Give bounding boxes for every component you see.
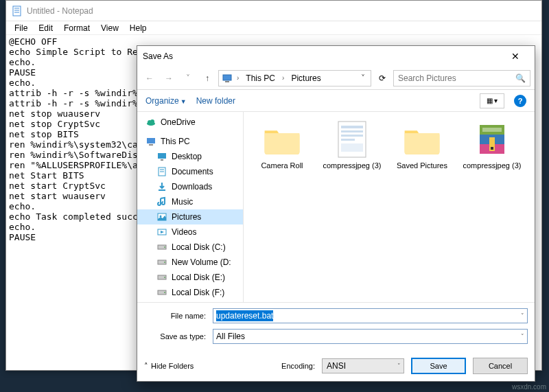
chevron-down-icon[interactable]: ˅ [521,312,524,319]
svg-point-27 [164,292,165,293]
dialog-title: Save As [143,51,502,61]
chevron-down-icon: ▼ [180,98,187,105]
saveastype-select[interactable]: All Files ˅ [213,329,528,344]
tree-item-videos[interactable]: Videos [137,224,243,240]
chevron-right-icon: › [279,74,287,82]
navigation-tree[interactable]: OneDriveThis PCDesktopDocumentsDownloads… [137,112,244,302]
pc-icon [222,73,233,84]
dialog-bottom: ˄ Hide Folders Encoding: ANSI ˅ Save Can… [137,352,535,381]
search-input[interactable] [398,73,515,83]
saveastype-label: Save as type: [144,332,213,341]
music-icon [156,196,167,207]
tree-item-local-disk-c-[interactable]: Local Disk (C:) [137,240,243,255]
tree-item-this-pc[interactable]: This PC [137,134,243,149]
menu-file[interactable]: File [10,22,32,34]
disk-icon [156,242,167,253]
cancel-button[interactable]: Cancel [473,358,528,374]
notepad-title: Untitled - Notepad [27,6,93,16]
tree-item-label: Music [172,197,193,207]
breadcrumb-thispc[interactable]: This PC [243,72,278,84]
file-label: Camera Roll [261,161,303,170]
back-button[interactable]: ← [141,70,158,87]
menu-view[interactable]: View [97,22,123,34]
file-item[interactable]: Camera Roll [249,117,315,193]
chevron-down-icon: ˅ [186,73,190,83]
saveastype-value: All Files [216,332,245,341]
rar-icon [470,120,514,159]
help-icon: ? [518,97,523,105]
svg-rect-32 [341,139,355,141]
tree-item-label: OneDrive [161,117,196,127]
organize-button[interactable]: Organize▼ [145,96,187,106]
svg-point-25 [164,277,165,278]
dialog-navbar: ← → ˅ ↑ › This PC › Pictures ˅ ⟳ 🔍 [137,67,535,90]
menu-format[interactable]: Format [60,22,94,34]
svg-rect-10 [149,144,153,146]
breadcrumb-dropdown[interactable]: ˅ [358,73,368,83]
save-button[interactable]: Save [411,358,466,374]
tree-item-label: Documents [172,167,213,176]
disk-icon [156,257,167,268]
close-button[interactable]: ✕ [502,47,529,66]
folder-icon [260,120,304,159]
tree-item-music[interactable]: Music [137,194,243,209]
breadcrumb[interactable]: › This PC › Pictures ˅ [218,70,371,87]
svg-point-23 [164,262,165,263]
view-icon: ▦ ▾ [487,97,498,104]
file-item[interactable]: Saved Pictures [389,117,455,193]
refresh-icon: ⟳ [379,73,386,83]
tree-item-new-volume-d-[interactable]: New Volume (D: [137,255,243,270]
refresh-button[interactable]: ⟳ [374,70,390,87]
tree-item-pictures[interactable]: Pictures [137,209,243,224]
arrow-right-icon: → [165,73,173,83]
forward-button[interactable]: → [161,70,177,87]
watermark: wsxdn.com [512,383,546,391]
tree-item-label: Downloads [172,182,212,192]
file-label: compressjpeg (3) [463,161,522,170]
encoding-value: ANSI [327,361,346,371]
disk-icon [156,287,167,298]
menu-edit[interactable]: Edit [34,22,57,34]
help-button[interactable]: ? [514,95,526,107]
chevron-down-icon: ˅ [397,362,401,369]
tree-item-local-disk-e-[interactable]: Local Disk (E:) [137,270,243,285]
tree-item-label: Desktop [172,152,202,161]
tree-item-documents[interactable]: Documents [137,164,243,179]
chevron-down-icon[interactable]: ˅ [521,333,524,340]
disk-icon [156,272,167,283]
tree-item-desktop[interactable]: Desktop [137,149,243,164]
tree-item-label: Local Disk (F:) [172,288,224,297]
svg-rect-9 [147,138,155,143]
doc-icon [330,120,374,159]
svg-rect-0 [13,6,21,16]
tree-item-local-disk-f-[interactable]: Local Disk (F:) [137,285,243,300]
file-item[interactable]: compressjpeg (3) [459,117,525,193]
breadcrumb-pictures[interactable]: Pictures [288,72,323,84]
tree-item-label: Videos [172,227,196,237]
file-label: compressjpeg (3) [323,161,382,170]
svg-rect-33 [341,143,363,152]
arrow-up-icon: ↑ [205,73,209,83]
chevron-up-icon: ˄ [144,362,148,371]
encoding-label: Encoding: [281,362,315,370]
desktop-icon [156,151,167,162]
view-options-button[interactable]: ▦ ▾ [480,93,504,108]
doc-icon [156,166,167,177]
filename-input[interactable]: updatereset.bat ˅ [213,308,528,323]
hide-folders-button[interactable]: ˄ Hide Folders [144,362,194,371]
notepad-titlebar[interactable]: Untitled - Notepad [6,1,541,21]
search-box[interactable]: 🔍 [393,70,530,87]
pic-icon [156,211,167,222]
tree-item-downloads[interactable]: Downloads [137,179,243,194]
up-button[interactable]: ↑ [199,70,215,87]
tree-item-onedrive[interactable]: OneDrive [137,115,243,130]
new-folder-button[interactable]: New folder [196,96,235,106]
file-list[interactable]: Camera Rollcompressjpeg (3)Saved Picture… [244,112,535,302]
recent-dropdown[interactable]: ˅ [180,70,196,87]
dialog-titlebar[interactable]: Save As ✕ [137,46,535,67]
encoding-select[interactable]: ANSI ˅ [322,358,404,373]
notepad-icon [12,5,23,16]
svg-point-8 [150,119,154,124]
file-item[interactable]: compressjpeg (3) [319,117,385,193]
menu-help[interactable]: Help [126,22,151,34]
